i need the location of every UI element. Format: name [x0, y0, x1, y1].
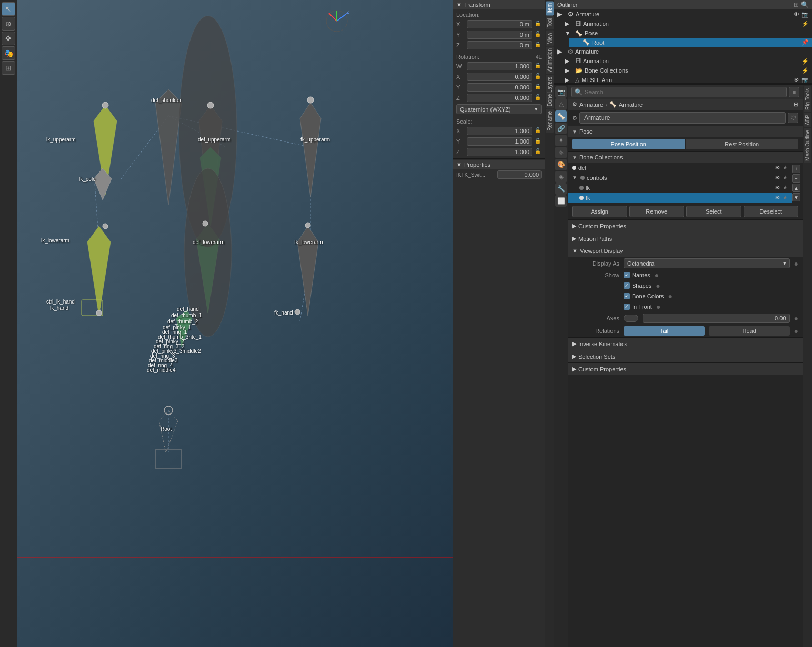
mask-tool-btn[interactable]: 🎭 [2, 46, 15, 60]
vd-display-as-dot[interactable]: ● [794, 259, 798, 268]
vd-bone-colors-dot[interactable]: ● [668, 292, 673, 300]
bc-remove-btn[interactable]: − [792, 174, 800, 183]
props-tab-extra1[interactable]: 🎨 [555, 159, 567, 170]
sel-sets-header[interactable]: ▶ Selection Sets [568, 350, 803, 362]
rot-x-value[interactable]: 0.000 [467, 73, 532, 81]
edge-tab-view[interactable]: View [546, 31, 554, 46]
vd-names-checkbox[interactable]: ✓ Names [624, 272, 650, 278]
select-tool-btn[interactable]: ↖ [2, 2, 15, 16]
vd-names-dot[interactable]: ● [655, 271, 659, 279]
rig-tools-tab[interactable]: Rig Tools [804, 86, 811, 112]
props-tab-extra4[interactable]: ⬜ [555, 195, 567, 207]
scale-x-value[interactable]: 1.000 [467, 127, 532, 135]
bc-def-star[interactable]: ★ [783, 164, 788, 171]
scale-z-lock[interactable]: 🔓 [534, 148, 542, 156]
bc-lk-star[interactable]: ★ [783, 184, 788, 191]
remove-btn[interactable]: Remove [629, 206, 685, 217]
deselect-btn[interactable]: Deselect [744, 206, 799, 217]
outliner-armature-root[interactable]: ▶ ⚙ Armature 👁 📷 [554, 9, 812, 19]
rot-y-lock[interactable]: 🔓 [534, 84, 542, 91]
vd-in-front-checkbox[interactable]: ✓ In Front [624, 304, 652, 310]
bc-controls[interactable]: ▼ controls 👁 ★ [568, 173, 792, 183]
vd-shapes-checkbox[interactable]: ✓ Shapes [624, 282, 651, 289]
rot-w-lock[interactable]: 🔓 [534, 63, 542, 70]
vd-display-as-dropdown[interactable]: Octahedral ▾ [624, 258, 790, 268]
ik-header[interactable]: ▶ Inverse Kinematics [568, 338, 803, 350]
props-tab-physics[interactable]: ⚛ [555, 147, 567, 158]
edge-tab-item[interactable]: Item [546, 1, 554, 15]
custom-props2-header[interactable]: ▶ Custom Properties [568, 363, 803, 375]
bc-fk[interactable]: fk 👁 ★ [568, 193, 792, 203]
outliner-search-icon[interactable]: 🔍 [801, 1, 809, 8]
props-tab-object[interactable]: △ [555, 98, 567, 110]
outliner-root-bone[interactable]: 🦴 Root 📌 [569, 38, 812, 47]
edge-tab-animation[interactable]: Animation [546, 46, 554, 74]
breadcrumb-filter[interactable]: ⊞ [794, 101, 798, 108]
pose-position-btn[interactable]: Pose Position [572, 139, 685, 149]
props-tab-extra2[interactable]: ◈ [555, 171, 567, 183]
props-tab-particles[interactable]: ✦ [555, 135, 567, 146]
vd-bone-colors-checkbox[interactable]: ✓ Bone Colors [624, 293, 664, 299]
bc-fk-eye[interactable]: 👁 [775, 195, 780, 201]
outliner-mesh-arm[interactable]: ▶ △ MESH_Arm 👁 📷 [562, 75, 812, 84]
bc-down-btn[interactable]: ▼ [792, 193, 800, 201]
bc-controls-star[interactable]: ★ [783, 174, 788, 181]
rot-w-value[interactable]: 1.000 [467, 62, 532, 70]
cursor-tool-btn[interactable]: ⊕ [2, 17, 15, 31]
head-btn[interactable]: Head [709, 326, 790, 336]
armature-protection-btn[interactable]: 🛡 [788, 113, 798, 123]
outliner-animation2[interactable]: ▶ 🎞 Animation ⚡ [562, 56, 812, 66]
bc-add-btn[interactable]: + [792, 165, 800, 173]
vd-shapes-dot[interactable]: ● [656, 281, 660, 290]
loc-y-value[interactable]: 0 m [467, 31, 532, 39]
bc-up-btn[interactable]: ▲ [792, 184, 800, 192]
abp-tab[interactable]: ABP [804, 113, 811, 127]
transform-header[interactable]: ▼ Transform [453, 0, 545, 9]
props-tab-render[interactable]: 📷 [555, 86, 567, 98]
loc-x-value[interactable]: 0 m [467, 20, 532, 28]
edge-tab-tool[interactable]: Tool [546, 16, 554, 29]
bc-controls-eye[interactable]: 👁 [775, 175, 780, 181]
bc-lk-eye[interactable]: 👁 [775, 185, 780, 191]
scale-y-value[interactable]: 1.000 [467, 137, 532, 146]
outliner-animation[interactable]: ▶ 🎞 Animation ⚡ [562, 19, 812, 28]
armature-name-field[interactable]: Armature [579, 112, 786, 124]
scale-y-lock[interactable]: 🔓 [534, 138, 542, 145]
props-tab-extra3[interactable]: 🔧 [555, 183, 567, 195]
tail-btn[interactable]: Tail [624, 326, 705, 336]
outliner-pose[interactable]: ▼ 🦴 Pose [562, 28, 812, 38]
rest-position-btn[interactable]: Rest Position [686, 139, 799, 149]
props-tab-constraint[interactable]: 🔗 [555, 123, 567, 134]
bone-collections-header[interactable]: ▼ Bone Collections [568, 152, 803, 163]
ikfk-value[interactable]: 0.000 [497, 170, 542, 179]
mesh-outline-tab[interactable]: Mesh Outline [804, 128, 811, 163]
relations-dot[interactable]: ● [794, 327, 798, 335]
grid-tool-btn[interactable]: ⊞ [2, 61, 15, 75]
custom-props-header[interactable]: ▶ Custom Properties [568, 220, 803, 232]
axes-toggle[interactable] [624, 315, 638, 322]
motion-paths-header[interactable]: ▶ Motion Paths [568, 232, 803, 245]
axes-value[interactable]: 0.00 [643, 314, 790, 323]
bc-def-eye[interactable]: 👁 [775, 165, 780, 171]
select-btn[interactable]: Select [686, 206, 741, 217]
search-input[interactable] [585, 89, 783, 95]
bc-lk[interactable]: lk 👁 ★ [568, 183, 792, 193]
move-tool-btn[interactable]: ✥ [2, 32, 15, 45]
pose-header[interactable]: ▼ Pose [568, 126, 803, 137]
loc-z-value[interactable]: 0 m [467, 41, 532, 49]
outliner-bone-collections[interactable]: ▶ 📂 Bone Collections ⚡ [562, 66, 812, 75]
viewport-display-header[interactable]: ▼ Viewport Display [568, 245, 803, 257]
bc-def[interactable]: def 👁 ★ [568, 163, 792, 173]
edge-tab-bone-layers[interactable]: Bone Layers [546, 75, 554, 108]
scale-z-value[interactable]: 1.000 [467, 148, 532, 156]
bc-fk-star[interactable]: ★ [783, 194, 788, 201]
scale-x-lock[interactable]: 🔓 [534, 127, 542, 135]
outliner-filter-icon[interactable]: ⊞ [794, 1, 799, 8]
rotation-type-dropdown[interactable]: Quaternion (WXYZ) ▾ [456, 104, 542, 114]
rot-x-lock[interactable]: 🔓 [534, 73, 542, 80]
rot-z-value[interactable]: 0.000 [467, 94, 532, 102]
loc-y-lock[interactable]: 🔓 [534, 31, 542, 38]
loc-z-lock[interactable]: 🔓 [534, 42, 542, 49]
assign-btn[interactable]: Assign [572, 206, 627, 217]
axis-gizmo[interactable]: Z [324, 8, 350, 34]
